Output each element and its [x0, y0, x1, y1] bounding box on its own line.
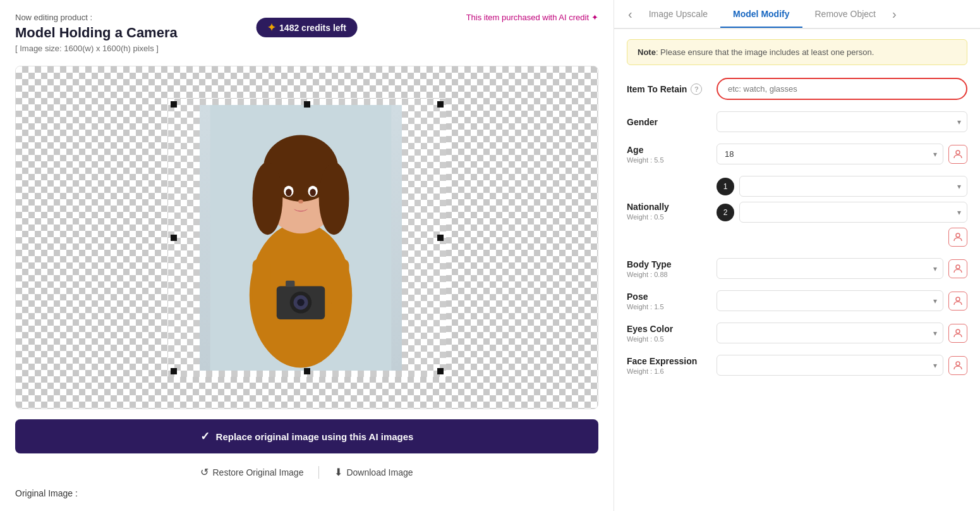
svg-point-24 [956, 362, 960, 366]
pose-weight: Weight : 1.5 [627, 303, 709, 311]
product-image [200, 105, 402, 371]
top-bar: Now editing product : Model Holding a Ca… [15, 13, 598, 61]
left-panel: Now editing product : Model Holding a Ca… [0, 0, 614, 511]
svg-rect-13 [330, 259, 349, 307]
body-type-person-icon [953, 264, 963, 274]
handle-bottom-middle[interactable] [304, 368, 310, 374]
age-row: Age Weight : 5.5 18 25 30 40 ▾ [627, 144, 967, 164]
age-label: Age [627, 145, 709, 155]
gender-select[interactable]: Male Female Non-binary [717, 111, 967, 132]
tab-bar: ‹ Image Upscale Model Modify Remove Obje… [614, 0, 980, 29]
secondary-actions: ↺ Restore Original Image ⬇ Download Imag… [15, 462, 598, 482]
eyes-color-reset-button[interactable] [948, 324, 967, 343]
note-text: : Please ensure that the image includes … [656, 47, 874, 57]
age-reset-button[interactable] [948, 145, 967, 164]
tab-remove-object[interactable]: Remove Object [802, 1, 888, 28]
gender-select-wrapper: Male Female Non-binary ▾ [717, 111, 967, 132]
restore-label: Restore Original Image [212, 467, 303, 477]
svg-point-9 [286, 188, 292, 195]
handle-middle-right[interactable] [437, 235, 444, 241]
nationally-circle-2: 2 [717, 204, 734, 221]
handle-bottom-left[interactable] [171, 368, 177, 374]
face-expression-select[interactable]: Smile Neutral Serious [717, 355, 943, 376]
nationally-select-1[interactable]: American Asian European [739, 176, 967, 197]
image-container[interactable] [168, 99, 446, 377]
credits-badge: ✦ 1482 credits left [256, 18, 358, 37]
person-settings-icon [953, 149, 963, 159]
svg-point-10 [310, 188, 316, 195]
restore-icon: ↺ [200, 466, 209, 478]
svg-point-5 [252, 162, 282, 235]
svg-point-22 [956, 297, 960, 301]
restore-button[interactable]: ↺ Restore Original Image [185, 462, 318, 482]
age-select[interactable]: 18 25 30 40 [717, 144, 943, 164]
svg-point-23 [956, 329, 960, 333]
handle-top-right[interactable] [437, 101, 444, 108]
handle-top-middle[interactable] [304, 101, 310, 108]
gender-label: Gender [627, 117, 709, 127]
tab-next-button[interactable]: › [888, 7, 900, 22]
right-panel: ‹ Image Upscale Model Modify Remove Obje… [614, 0, 980, 511]
handle-middle-left[interactable] [171, 235, 177, 241]
svg-point-6 [318, 162, 349, 235]
eyes-color-label: Eyes Color [627, 324, 709, 334]
item-to-retain-label: Item To Retain ? [627, 83, 709, 95]
tab-model-modify[interactable]: Model Modify [720, 1, 802, 28]
nationally-select-2-wrapper: American Asian European ▾ [739, 202, 967, 223]
face-expression-reset-button[interactable] [948, 356, 967, 375]
nationally-select-1-wrapper: American Asian European ▾ [739, 176, 967, 197]
pose-reset-button[interactable] [948, 292, 967, 311]
age-label-col: Age Weight : 5.5 [627, 145, 709, 164]
nationally-select-2[interactable]: American Asian European [739, 202, 967, 223]
eyes-color-label-col: Eyes Color Weight : 0.5 [627, 324, 709, 343]
canvas-area [15, 66, 598, 409]
gender-label-col: Gender [627, 117, 709, 127]
pose-label: Pose [627, 292, 709, 302]
right-body: Note: Please ensure that the image inclu… [614, 29, 980, 511]
body-type-select[interactable]: Slim Average Athletic [717, 258, 943, 279]
svg-point-17 [297, 299, 304, 305]
eyes-color-row: Eyes Color Weight : 0.5 Brown Blue Green… [627, 323, 967, 343]
note-bold: Note [638, 47, 656, 57]
body-type-label-col: Body Type Weight : 0.88 [627, 259, 709, 278]
nationally-circle-1: 1 [717, 178, 734, 195]
item-to-retain-input[interactable] [717, 78, 967, 100]
checkmark-icon: ✓ [200, 429, 210, 443]
pose-select[interactable]: Standing Sitting Walking [717, 290, 943, 311]
replace-button[interactable]: ✓ Replace original image using this AI i… [15, 419, 598, 453]
eyes-color-weight: Weight : 0.5 [627, 335, 709, 343]
nationally-label: Nationally [627, 202, 709, 212]
star-icon: ✦ [267, 22, 275, 34]
eyes-color-select-wrapper: Brown Blue Green ▾ [717, 323, 943, 343]
note-box: Note: Please ensure that the image inclu… [627, 39, 967, 65]
handle-top-left[interactable] [171, 101, 177, 108]
replace-label: Replace original image using this AI ima… [216, 431, 414, 442]
item-retain-help-icon[interactable]: ? [691, 83, 702, 95]
svg-point-21 [956, 265, 960, 269]
original-label: Original Image : [15, 488, 598, 498]
body-type-reset-button[interactable] [948, 259, 967, 278]
download-label: Download Image [346, 467, 413, 477]
svg-rect-12 [252, 259, 270, 307]
body-type-row: Body Type Weight : 0.88 Slim Average Ath… [627, 258, 967, 279]
eyes-color-select[interactable]: Brown Blue Green [717, 323, 943, 343]
tab-image-upscale[interactable]: Image Upscale [636, 1, 720, 28]
ai-credit-note[interactable]: This item purchased with AI credit ✦ [466, 13, 598, 22]
age-weight: Weight : 5.5 [627, 156, 709, 164]
ai-credit-star-icon: ✦ [591, 13, 598, 22]
pose-select-wrapper: Standing Sitting Walking ▾ [717, 290, 943, 311]
eyes-person-icon [953, 328, 963, 338]
tab-prev-button[interactable]: ‹ [624, 7, 636, 22]
nationally-label-col: Nationally Weight : 0.5 [627, 202, 709, 221]
svg-point-20 [956, 233, 960, 237]
pose-person-icon [953, 296, 963, 306]
svg-point-19 [956, 151, 960, 154]
nationally-reset-button[interactable] [948, 228, 967, 247]
download-button[interactable]: ⬇ Download Image [319, 462, 428, 482]
face-expression-person-icon [953, 360, 963, 371]
image-size: [ Image size: 1600(w) x 1600(h) pixels ] [15, 44, 178, 53]
handle-bottom-right[interactable] [437, 368, 444, 374]
svg-rect-18 [286, 280, 294, 286]
pose-row: Pose Weight : 1.5 Standing Sitting Walki… [627, 290, 967, 311]
pose-label-col: Pose Weight : 1.5 [627, 292, 709, 311]
